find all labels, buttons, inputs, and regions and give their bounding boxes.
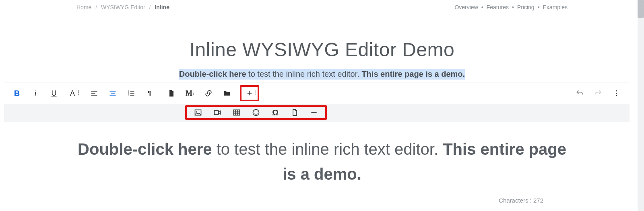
minus-icon <box>310 109 318 117</box>
bigpara-mid: to test the inline rich text editor. <box>212 140 443 158</box>
align-center-icon <box>109 89 117 97</box>
insert-subtoolbar: Ω <box>4 104 630 122</box>
underline-button[interactable]: U <box>48 88 60 99</box>
svg-point-5 <box>616 95 617 96</box>
ordered-list-icon: 123 <box>127 89 135 97</box>
markdown-button[interactable]: M↓ <box>184 88 196 99</box>
align-left-button[interactable] <box>89 88 100 99</box>
page-icon <box>291 109 299 117</box>
undo-button[interactable] <box>574 88 585 99</box>
svg-point-3 <box>616 90 617 92</box>
kebab-icon <box>613 89 621 97</box>
align-left-icon <box>90 89 98 97</box>
video-icon <box>213 109 221 117</box>
insert-image-button[interactable] <box>193 108 203 117</box>
top-nav: Overview• Features• Pricing• Examples <box>454 4 568 10</box>
svg-point-12 <box>257 112 258 113</box>
ordered-list-button[interactable]: 123 <box>126 88 137 99</box>
plus-icon <box>246 90 253 96</box>
redo-icon <box>594 89 602 97</box>
image-icon <box>194 109 202 117</box>
editor-toolbar: B i U A 123 M↓ <box>4 83 630 104</box>
pilcrow-icon <box>147 90 153 96</box>
svg-point-11 <box>255 112 256 113</box>
insert-special-char-button[interactable]: Ω <box>270 108 280 117</box>
insert-emoji-button[interactable] <box>251 108 261 117</box>
align-center-button[interactable] <box>107 88 118 99</box>
svg-point-4 <box>616 93 617 94</box>
breadcrumb-home[interactable]: Home <box>76 4 91 10</box>
nav-examples[interactable]: Examples <box>543 4 568 10</box>
link-icon <box>204 89 213 97</box>
breadcrumb-editor[interactable]: WYSIWYG Editor <box>101 4 145 10</box>
insert-file-button[interactable] <box>166 88 177 99</box>
scrollbar-track[interactable] <box>638 0 644 211</box>
paragraph-format-button[interactable] <box>144 88 155 99</box>
smiley-icon <box>252 109 260 117</box>
svg-text:3: 3 <box>128 94 129 96</box>
svg-rect-8 <box>215 111 219 115</box>
breadcrumb-current: Inline <box>155 4 169 10</box>
nav-overview[interactable]: Overview <box>454 4 478 10</box>
table-icon <box>233 109 241 117</box>
folder-icon <box>223 89 231 97</box>
text-format-button[interactable]: A <box>67 88 78 99</box>
svg-rect-9 <box>234 110 240 115</box>
undo-icon <box>576 89 584 97</box>
insert-subtoolbar-highlight: Ω <box>185 105 327 120</box>
insert-hr-button[interactable] <box>309 108 319 117</box>
bigpara-bold-1: Double-click here <box>78 140 212 158</box>
insert-video-button[interactable] <box>213 108 222 117</box>
file-icon <box>167 89 175 97</box>
insert-table-button[interactable] <box>232 108 242 117</box>
scrollbar-thumb[interactable] <box>638 0 644 18</box>
more-insert-highlight <box>240 85 259 101</box>
charcount-label: Characters : <box>499 197 533 204</box>
bold-button[interactable]: B <box>11 88 23 99</box>
nav-pricing[interactable]: Pricing <box>517 4 535 10</box>
svg-point-10 <box>253 110 259 116</box>
selected-mid: to test the inline rich text editor. <box>246 70 362 78</box>
more-options-button[interactable] <box>611 88 622 99</box>
page-title[interactable]: Inline WYSIWYG Editor Demo <box>0 39 644 61</box>
breadcrumb-sep-icon: / <box>95 4 97 10</box>
selected-bold-1: Double-click here <box>179 70 246 78</box>
selected-bold-2: This entire page is a demo. <box>361 70 465 78</box>
file-manager-button[interactable] <box>221 88 233 99</box>
redo-button[interactable] <box>592 88 604 99</box>
omega-icon: Ω <box>272 108 279 117</box>
svg-point-7 <box>196 111 197 113</box>
nav-features[interactable]: Features <box>487 4 509 10</box>
charcount-value: 272 <box>533 197 543 204</box>
character-count: Characters : 272 <box>499 197 543 204</box>
italic-button[interactable]: i <box>30 88 41 99</box>
breadcrumb-sep-icon: / <box>149 4 151 10</box>
breadcrumb: Home / WYSIWYG Editor / Inline <box>76 4 169 10</box>
more-insert-button[interactable] <box>244 88 255 99</box>
insert-link-button[interactable] <box>203 88 214 99</box>
editable-paragraph[interactable]: Double-click here to test the inline ric… <box>76 137 568 186</box>
insert-page-button[interactable] <box>290 108 299 117</box>
selected-paragraph[interactable]: Double-click here to test the inline ric… <box>179 69 465 80</box>
